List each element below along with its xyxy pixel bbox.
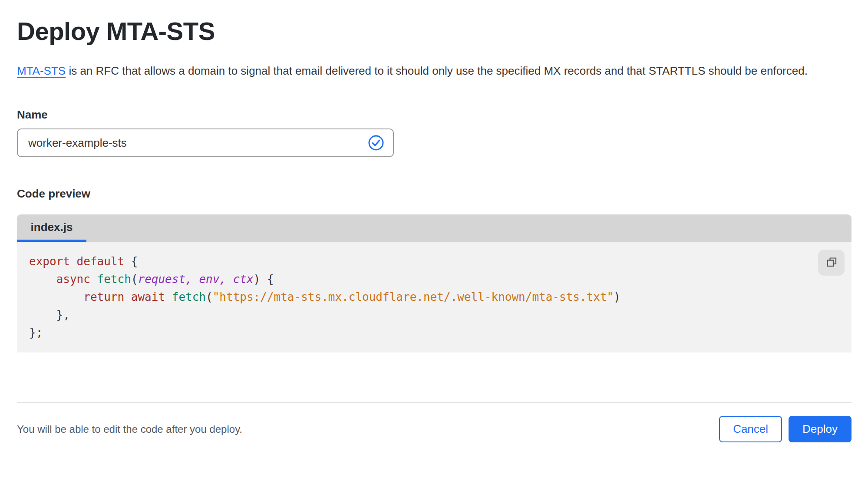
footer: You will be able to edit the code after … <box>17 416 851 442</box>
code-preview-block: index.js export default { async fetch(re… <box>17 214 851 352</box>
page-title: Deploy MTA-STS <box>17 16 851 47</box>
code-editor: export default { async fetch(request, en… <box>17 242 851 352</box>
cancel-button[interactable]: Cancel <box>719 416 782 442</box>
mta-sts-link[interactable]: MTA-STS <box>17 64 66 77</box>
copy-code-button[interactable] <box>818 250 845 276</box>
description-text: is an RFC that allows a domain to signal… <box>66 64 808 77</box>
code-tab-bar: index.js <box>17 214 851 242</box>
tab-index-js[interactable]: index.js <box>17 214 86 242</box>
code-preview-label: Code preview <box>17 187 851 201</box>
check-circle-icon <box>368 135 384 151</box>
footer-note: You will be able to edit the code after … <box>17 423 242 435</box>
deploy-button[interactable]: Deploy <box>789 416 851 442</box>
description: MTA-STS is an RFC that allows a domain t… <box>17 61 833 81</box>
deploy-mta-sts-page: Deploy MTA-STS MTA-STS is an RFC that al… <box>0 16 868 442</box>
footer-divider <box>17 402 851 403</box>
name-input-wrap <box>17 128 394 157</box>
footer-actions: Cancel Deploy <box>719 416 851 442</box>
name-label: Name <box>17 108 851 122</box>
code-content: export default { async fetch(request, en… <box>29 253 851 342</box>
name-input[interactable] <box>17 128 394 157</box>
copy-icon <box>825 256 838 270</box>
